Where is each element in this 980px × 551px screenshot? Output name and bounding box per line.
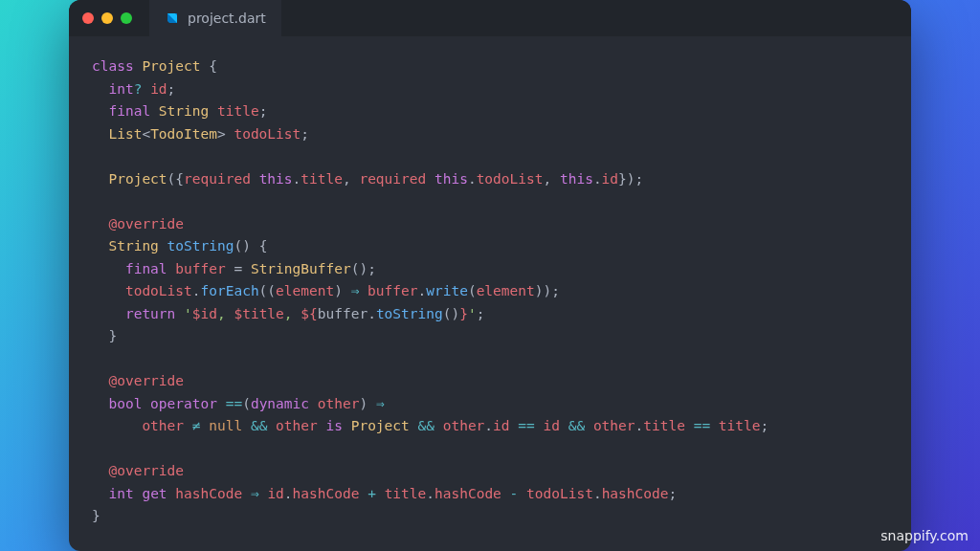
source-code: class Project { int? id; final String ti…: [92, 55, 888, 527]
tab-file[interactable]: project.dart: [149, 0, 281, 36]
titlebar: project.dart: [69, 0, 911, 36]
watermark: snappify.com: [880, 528, 969, 543]
window-controls: [82, 12, 132, 24]
maximize-icon[interactable]: [121, 12, 132, 24]
code-editor-window: project.dart class Project { int? id; fi…: [69, 0, 911, 550]
code-area[interactable]: class Project { int? id; final String ti…: [69, 36, 911, 550]
dart-icon: [165, 11, 180, 26]
close-icon[interactable]: [82, 12, 94, 24]
tab-filename: project.dart: [188, 11, 266, 26]
minimize-icon[interactable]: [101, 12, 113, 24]
